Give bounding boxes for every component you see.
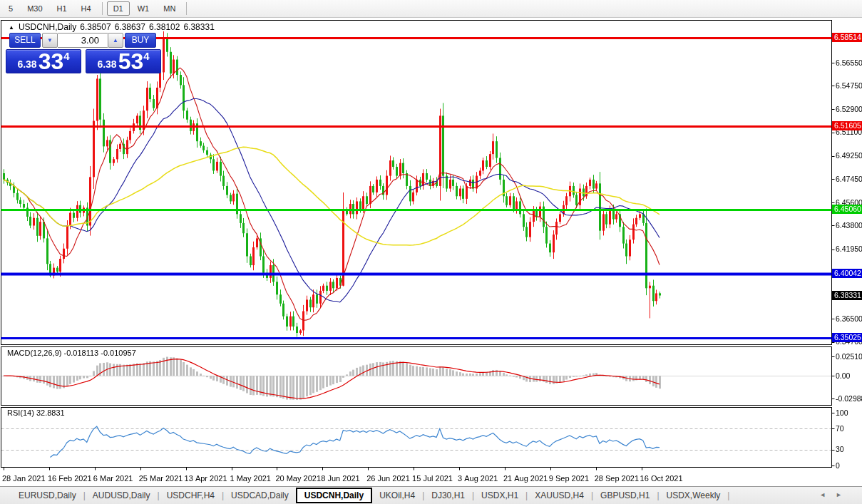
chart-canvas[interactable]: [0, 18, 862, 486]
tab-scroll-left-icon[interactable]: ◄: [819, 491, 836, 498]
rsi-indicator-label: RSI(14) 32.8831: [7, 408, 65, 417]
symbol-tabbar: EURUSD,Daily|AUDUSD,Daily|USDCHF,H4|USDC…: [0, 486, 862, 504]
volume-increase-button[interactable]: ▲: [108, 33, 123, 48]
toolbar-separator: [102, 2, 103, 15]
symbol-tab-usdcad-daily[interactable]: USDCAD,Daily: [224, 488, 296, 503]
symbol-tab-eurusd-daily[interactable]: EURUSD,Daily: [11, 488, 83, 503]
timeframe-button-h4[interactable]: H4: [75, 1, 98, 16]
sell-price-pips: 33: [39, 51, 64, 72]
price-badge-6.35025: 6.35025: [832, 333, 862, 342]
one-click-trade-panel: SELL ▼ ▲ BUY 6.38 33 4 6.38 53 4: [6, 33, 161, 73]
price-badge-6.45060: 6.45060: [832, 205, 862, 214]
sell-button[interactable]: SELL: [9, 33, 41, 48]
buy-button[interactable]: BUY: [125, 33, 156, 48]
macd-indicator-label: MACD(12,26,9) -0.018113 -0.010957: [7, 349, 136, 357]
tab-scroll-arrows: ◄►: [819, 491, 852, 498]
price-badge-6.40042: 6.40042: [832, 269, 862, 278]
volume-decrease-button[interactable]: ▼: [42, 33, 58, 48]
symbol-tab-usdcnh-daily[interactable]: USDCNH,Daily: [296, 488, 372, 503]
volume-input[interactable]: [58, 33, 108, 48]
chart-expand-icon[interactable]: ▲: [9, 24, 14, 31]
symbol-tab-ukoil-h4[interactable]: UKOil,H4: [372, 488, 422, 503]
chart-symbol-label: USDCNH,Daily: [19, 22, 76, 32]
timeframe-button-h1[interactable]: H1: [51, 1, 73, 16]
timeframe-button-m30[interactable]: M30: [21, 1, 48, 16]
buy-price-pips: 53: [118, 51, 144, 72]
timeframe-toolbar: 5M30H1H4D1W1MN: [0, 0, 862, 18]
symbol-tab-dj30-h1[interactable]: DJ30,H1: [424, 488, 472, 503]
buy-price-box[interactable]: 6.38 53 4: [86, 49, 161, 73]
sell-price-prefix: 6.38: [17, 58, 36, 70]
ohlc-high: 6.38637: [115, 22, 145, 32]
toolbar-separator: [186, 2, 187, 15]
ohlc-open: 6.38507: [80, 22, 111, 32]
ohlc-low: 6.38102: [149, 22, 180, 32]
sell-price-point: 4: [63, 50, 69, 62]
timeframe-button-5[interactable]: 5: [2, 1, 19, 16]
sell-price-box[interactable]: 6.38 33 4: [6, 49, 81, 73]
ohlc-close: 6.38331: [183, 22, 214, 32]
symbol-tab-usdchf-h4[interactable]: USDCHF,H4: [160, 488, 222, 503]
timeframe-button-d1[interactable]: D1: [107, 1, 130, 16]
symbol-tab-usdx-h1[interactable]: USDX,H1: [474, 488, 525, 503]
buy-price-prefix: 6.38: [97, 58, 116, 70]
symbol-tab-audusd-daily[interactable]: AUDUSD,Daily: [86, 488, 158, 503]
timeframe-button-w1[interactable]: W1: [131, 1, 156, 16]
timeframe-button-mn[interactable]: MN: [157, 1, 182, 16]
price-badge-6.51605: 6.51605: [832, 121, 862, 130]
tab-separator: |: [727, 490, 729, 500]
price-badge-6.38331: 6.38331: [832, 291, 862, 300]
buy-price-point: 4: [143, 50, 149, 62]
chart-ohlc-header: ▲USDCNH,Daily6.385076.386376.381026.3833…: [9, 22, 215, 32]
price-badge-6.58514: 6.58514: [832, 33, 862, 42]
trading-platform-window: 5M30H1H4D1W1MN ▲USDCNH,Daily6.385076.386…: [0, 0, 862, 504]
symbol-tab-usdx-weekly[interactable]: USDX,Weekly: [660, 488, 728, 503]
symbol-tab-xauusd-h4[interactable]: XAUUSD,H4: [528, 488, 591, 503]
symbol-tab-gbpusd-h1[interactable]: GBPUSD,H1: [593, 488, 657, 503]
tab-scroll-right-icon[interactable]: ►: [836, 491, 852, 498]
